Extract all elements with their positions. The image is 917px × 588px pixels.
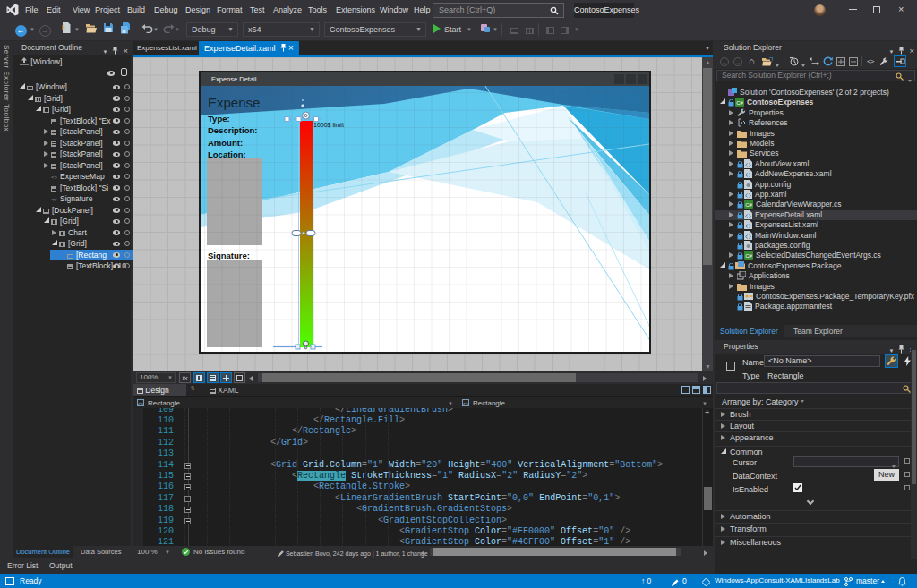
svg-text:C#: C# [736,100,743,106]
svg-text:C#: C# [745,202,752,208]
svg-text:C#: C# [745,253,752,259]
